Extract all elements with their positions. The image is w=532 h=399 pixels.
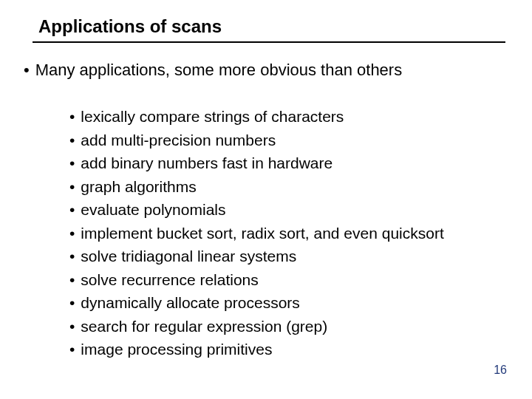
list-item: •graph algorithms bbox=[69, 175, 511, 199]
bullet-icon: • bbox=[69, 318, 75, 335]
slide: Applications of scans •Many applications… bbox=[0, 0, 532, 399]
bullet-icon: • bbox=[69, 178, 75, 195]
item-text: implement bucket sort, radix sort, and e… bbox=[81, 225, 443, 242]
item-text: image processing primitives bbox=[81, 341, 272, 358]
list-item: •evaluate polynomials bbox=[69, 198, 511, 222]
bullet-icon: • bbox=[69, 154, 75, 171]
item-text: add binary numbers fast in hardware bbox=[81, 154, 332, 171]
item-list: •lexically compare strings of characters… bbox=[69, 105, 511, 361]
bullet-icon: • bbox=[69, 294, 75, 311]
list-item: •implement bucket sort, radix sort, and … bbox=[69, 222, 511, 245]
item-text: graph algorithms bbox=[81, 178, 196, 195]
list-item: •search for regular expression (grep) bbox=[69, 315, 511, 338]
slide-title: Applications of scans bbox=[38, 16, 511, 41]
bullet-icon: • bbox=[69, 248, 75, 265]
item-text: solve tridiagonal linear systems bbox=[81, 248, 296, 265]
list-item: •lexically compare strings of characters bbox=[69, 105, 511, 129]
page-number: 16 bbox=[494, 364, 507, 377]
bullet-icon: • bbox=[69, 201, 75, 218]
item-text: evaluate polynomials bbox=[81, 201, 225, 218]
lead-text: Many applications, some more obvious tha… bbox=[35, 61, 402, 79]
title-underline bbox=[33, 41, 505, 43]
lead-line: •Many applications, some more obvious th… bbox=[24, 61, 511, 80]
list-item: •dynamically allocate processors bbox=[69, 291, 511, 315]
bullet-icon: • bbox=[69, 271, 75, 288]
item-text: add multi-precision numbers bbox=[81, 132, 276, 149]
list-item: •add binary numbers fast in hardware bbox=[69, 151, 511, 175]
bullet-icon: • bbox=[69, 108, 75, 125]
bullet-icon: • bbox=[69, 225, 75, 242]
list-item: •image processing primitives bbox=[69, 338, 511, 361]
bullet-icon: • bbox=[24, 61, 30, 79]
bullet-icon: • bbox=[69, 341, 75, 358]
item-text: dynamically allocate processors bbox=[81, 294, 299, 311]
list-item: •add multi-precision numbers bbox=[69, 129, 511, 152]
item-text: lexically compare strings of characters bbox=[81, 108, 344, 125]
list-item: •solve tridiagonal linear systems bbox=[69, 245, 511, 268]
bullet-icon: • bbox=[69, 132, 75, 149]
item-text: search for regular expression (grep) bbox=[81, 318, 327, 335]
list-item: •solve recurrence relations bbox=[69, 268, 511, 292]
item-text: solve recurrence relations bbox=[81, 271, 258, 288]
